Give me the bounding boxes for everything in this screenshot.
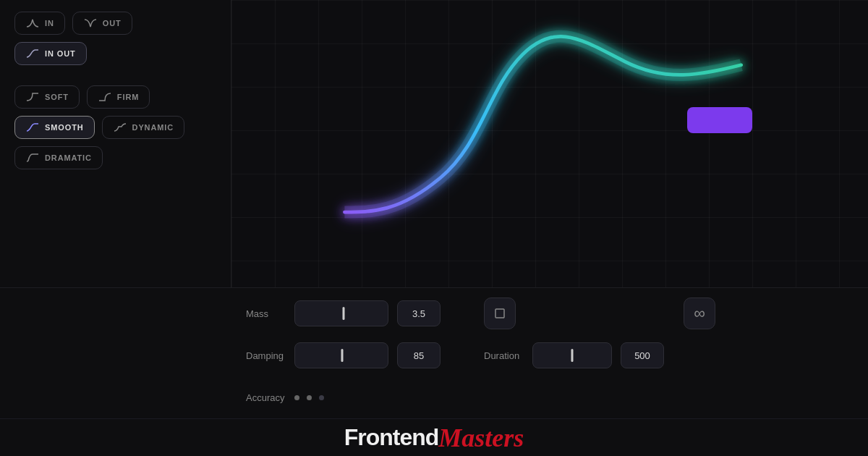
btn-soft[interactable]: SOFT	[14, 85, 80, 109]
row-smooth-dynamic: SMOOTH DYNAMIC	[14, 116, 216, 139]
accuracy-label: Accuracy	[246, 392, 286, 403]
btn-out[interactable]: OUT	[72, 12, 132, 35]
btn-firm[interactable]: FIRM	[87, 85, 150, 109]
btn-dynamic[interactable]: DYNAMIC	[102, 116, 185, 139]
mass-row: Mass 3.5	[246, 292, 441, 334]
damping-row: Damping 85	[246, 334, 441, 376]
logo-frontend: Frontend	[344, 424, 439, 451]
mass-slider[interactable]	[294, 300, 388, 326]
btn-out-label: OUT	[103, 19, 122, 28]
damping-thumb	[341, 349, 344, 362]
damping-label: Damping	[246, 350, 286, 361]
row-in-out-active: IN OUT	[14, 42, 216, 65]
curve-visualization	[231, 0, 868, 287]
accuracy-dot-2[interactable]	[307, 395, 312, 400]
btn-in-out-label: IN OUT	[45, 49, 76, 58]
accuracy-dot-3[interactable]	[319, 395, 324, 400]
duration-label: Duration	[484, 350, 524, 361]
btn-firm-label: FIRM	[117, 93, 139, 101]
bottom-controls: Mass 3.5 Damping 85 Accuracy	[0, 287, 868, 418]
svg-rect-0	[495, 309, 504, 318]
right-controls: ∞ Duration 500	[484, 292, 715, 376]
btn-smooth-label: SMOOTH	[45, 123, 84, 132]
mass-label: Mass	[246, 308, 286, 319]
crop-icon-btn[interactable]	[484, 297, 516, 329]
btn-dramatic-label: DRAMATIC	[45, 153, 92, 162]
btn-dramatic[interactable]: DRAMATIC	[14, 146, 103, 169]
btn-in-label: IN	[45, 19, 54, 28]
accuracy-dots	[294, 395, 324, 400]
damping-value[interactable]: 85	[397, 342, 441, 368]
duration-slider[interactable]	[532, 342, 612, 368]
mass-value[interactable]: 3.5	[397, 300, 441, 326]
purple-indicator	[687, 107, 752, 133]
row-dramatic: DRAMATIC	[14, 146, 216, 169]
infinity-icon: ∞	[694, 304, 705, 323]
logo-bar: Frontend Masters	[0, 418, 868, 456]
btn-dynamic-label: DYNAMIC	[132, 123, 174, 132]
left-panel: IN OUT IN OUT	[0, 0, 231, 287]
canvas-area	[231, 0, 868, 287]
btn-smooth[interactable]: SMOOTH	[14, 116, 95, 139]
btn-in[interactable]: IN	[14, 12, 65, 35]
btn-in-out[interactable]: IN OUT	[14, 42, 87, 65]
infinity-icon-btn[interactable]: ∞	[684, 297, 715, 329]
btn-soft-label: SOFT	[45, 93, 69, 101]
logo-masters: Masters	[438, 423, 524, 453]
mass-thumb	[342, 307, 344, 320]
row-in-out: IN OUT	[14, 12, 216, 35]
damping-slider[interactable]	[294, 342, 388, 368]
duration-value[interactable]: 500	[621, 342, 664, 368]
left-controls: Mass 3.5 Damping 85 Accuracy	[246, 292, 441, 418]
accuracy-dot-1[interactable]	[294, 395, 299, 400]
duration-thumb	[571, 349, 574, 362]
row-soft-firm: SOFT FIRM	[14, 85, 216, 109]
accuracy-row: Accuracy	[246, 376, 441, 418]
main-container: IN OUT IN OUT	[0, 0, 868, 287]
duration-row: Duration 500	[484, 334, 715, 376]
